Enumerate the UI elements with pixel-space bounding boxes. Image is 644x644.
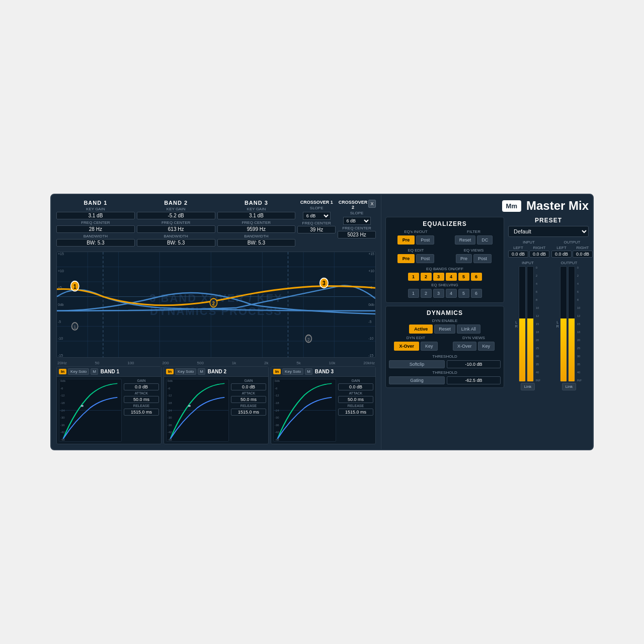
eq-band5-button[interactable]: 5 — [458, 273, 469, 281]
xover2-slope-select[interactable]: 6 dB12 dB24 dB — [343, 217, 371, 225]
output-r-label: R — [556, 325, 559, 328]
output-title: OUTPUT — [551, 240, 593, 245]
band1-gain-value[interactable]: 0.0 dB — [124, 383, 159, 390]
band1-key-gain[interactable]: 3.1 dB — [56, 212, 135, 219]
band2-key-gain[interactable]: -5.2 dB — [137, 212, 215, 219]
dyn-edit-xover-button[interactable]: X-Over — [394, 342, 419, 351]
band1-bw[interactable]: BW: 5.3 — [56, 239, 135, 247]
band1-dyn-name: BAND 1 — [101, 369, 119, 374]
xover1-header: CROSSOVER 1 SLOPE 6 dB12 dB24 dB FREQ CE… — [297, 200, 336, 247]
eq-display[interactable]: +15 +10 +5 0db -5 -10 -15 +15 +10 +5 0db… — [56, 252, 376, 358]
band1-m-button[interactable]: M — [91, 368, 98, 375]
eq-band2-button[interactable]: 2 — [421, 273, 432, 281]
band2-freq[interactable]: 613 Hz — [137, 225, 215, 233]
band3-key-gain[interactable]: 3.1 dB — [217, 212, 296, 219]
input-right-value[interactable]: 0.0 dB — [529, 251, 549, 258]
eq-views-post-button[interactable]: Post — [473, 254, 492, 263]
eq-dc-button[interactable]: DC — [477, 235, 493, 245]
band1-attack-value[interactable]: 50.0 ms — [124, 396, 159, 403]
band2-attack-value[interactable]: 50.0 ms — [231, 396, 266, 403]
band1-release-value[interactable]: 1515.0 ms — [124, 409, 159, 416]
eq-shelf2-button[interactable]: 2 — [421, 289, 432, 298]
band1-key-solo-button[interactable]: Key Solo — [68, 368, 89, 375]
xover1-freq[interactable]: 39 Hz — [297, 226, 336, 233]
right-main: EQUALIZERS EQ's IN/OUT Pre Post FILTER — [385, 217, 589, 445]
band1-release-label: RELEASE — [124, 404, 159, 408]
output-link-button[interactable]: Link — [562, 383, 577, 390]
dyn-active-button[interactable]: Active — [409, 325, 433, 334]
eq-edit-post-button[interactable]: Post — [416, 254, 434, 263]
eq-shelf1-button[interactable]: 1 — [408, 289, 419, 298]
eq-shelving-btn-row: 1 2 3 4 5 6 — [389, 289, 501, 298]
gating-value[interactable]: -62.5 dB — [447, 376, 501, 384]
band3-dyn-graph[interactable]: 0db -6 -12 -18 -24 -30 -36 -42 -48 — [273, 379, 336, 442]
band2-m-button[interactable]: M — [198, 368, 205, 375]
softclip-label[interactable]: Softclip — [389, 360, 445, 368]
eq-band4-button[interactable]: 4 — [446, 273, 457, 281]
band1-in-button[interactable]: In — [59, 369, 66, 374]
band2-dyn-name: BAND 2 — [208, 369, 226, 374]
eq-shelving-label: EQ SHELVING — [389, 283, 501, 287]
eq-shelf5-button[interactable]: 5 — [458, 289, 469, 298]
output-l-meter — [560, 266, 567, 382]
band1-dyn-body: 0db -6 -12 -18 -24 -30 -36 -42 -48 — [57, 377, 161, 444]
band3-m-button[interactable]: M — [305, 368, 312, 375]
band2-key-solo-button[interactable]: Key Solo — [175, 368, 196, 375]
xover2-freq[interactable]: 5023 Hz — [338, 231, 376, 238]
output-meter-l-wrap — [560, 266, 567, 382]
eq-dyn-section: EQUALIZERS EQ's IN/OUT Pre Post FILTER — [385, 217, 504, 445]
band1-dyn-graph[interactable]: 0db -6 -12 -18 -24 -30 -36 -42 -48 — [59, 379, 122, 442]
freq-labels: 20Hz 50 100 200 500 1k 2k 5k 10k 20kHz — [56, 361, 376, 365]
eq-pre-button[interactable]: Pre — [397, 235, 415, 245]
eq-band1-button[interactable]: 1 — [408, 273, 419, 281]
band3-freq[interactable]: 9599 Hz — [217, 225, 296, 233]
eq-band6-button[interactable]: 6 — [471, 273, 482, 281]
dyn-reset-button[interactable]: Reset — [434, 325, 455, 334]
band3-freq-label: FREQ CENTER — [217, 220, 296, 225]
band2-bw[interactable]: BW: 5.3 — [137, 239, 215, 247]
gating-label[interactable]: Gating — [389, 376, 445, 384]
eq-shelf6-button[interactable]: 6 — [471, 289, 482, 298]
band2-dyn-panel: In Key Solo M BAND 2 0db -6 -12 -18 -24 … — [164, 366, 269, 444]
eq-shelf3-button[interactable]: 3 — [433, 289, 444, 298]
band3-key-solo-button[interactable]: Key Solo — [282, 368, 303, 375]
output-meter-r-wrap — [568, 266, 575, 382]
right-panel: Mm Master Mix EQUALIZERS EQ's IN/OUT Pre… — [381, 195, 593, 449]
input-r-fill — [527, 318, 533, 381]
output-right-value[interactable]: 0.0 dB — [573, 251, 593, 258]
dyn-views-key-button[interactable]: Key — [478, 342, 495, 351]
eq-edit-btn-row: Pre Post — [389, 254, 443, 263]
softclip-value[interactable]: -10.0 dB — [447, 360, 501, 368]
band1-freq[interactable]: 28 Hz — [56, 225, 135, 233]
input-link-button[interactable]: Link — [521, 383, 535, 390]
output-left-value[interactable]: 0.0 dB — [551, 251, 572, 258]
dyn-views-xover-button[interactable]: X-Over — [453, 342, 476, 351]
band3-attack-value[interactable]: 50.0 ms — [338, 396, 373, 403]
band2-dyn-graph[interactable]: 0db -6 -12 -18 -24 -30 -36 -42 -48 — [166, 379, 229, 442]
input-meter-r-pair — [527, 266, 534, 382]
io-values-row: INPUT LEFT RIGHT 0.0 dB 0.0 dB OUTPUT — [508, 240, 589, 258]
output-r-meter — [568, 266, 575, 382]
input-left-value[interactable]: 0.0 dB — [508, 251, 528, 258]
band2-in-button[interactable]: In — [166, 369, 174, 374]
band3-bw[interactable]: BW: 5.3 — [217, 239, 296, 247]
band3-gain-value[interactable]: 0.0 dB — [338, 383, 373, 390]
input-meters: INPUT L R — [508, 261, 547, 445]
band3-release-value[interactable]: 1515.0 ms — [338, 409, 373, 416]
band2-release-value[interactable]: 1515.0 ms — [231, 409, 266, 416]
dyn-link-all-button[interactable]: LInk All — [457, 325, 480, 334]
close-button[interactable]: X — [368, 200, 376, 208]
svg-text:3: 3 — [323, 280, 326, 287]
dyn-edit-key-button[interactable]: Key — [421, 342, 438, 351]
eq-post-button[interactable]: Post — [416, 235, 434, 245]
xover1-slope-select[interactable]: 6 dB12 dB24 dB — [303, 212, 331, 220]
eq-shelf4-button[interactable]: 4 — [446, 289, 457, 298]
eq-views-pre-button[interactable]: Pre — [456, 254, 472, 263]
eq-reset-button[interactable]: Reset — [455, 235, 476, 245]
band3-in-button[interactable]: In — [273, 369, 281, 374]
output-meter-group: L R — [556, 266, 582, 382]
eq-band3-button[interactable]: 3 — [433, 273, 444, 281]
eq-edit-pre-button[interactable]: Pre — [397, 254, 415, 263]
band2-gain-value[interactable]: 0.0 dB — [231, 383, 266, 390]
preset-select[interactable]: Default — [508, 226, 589, 237]
